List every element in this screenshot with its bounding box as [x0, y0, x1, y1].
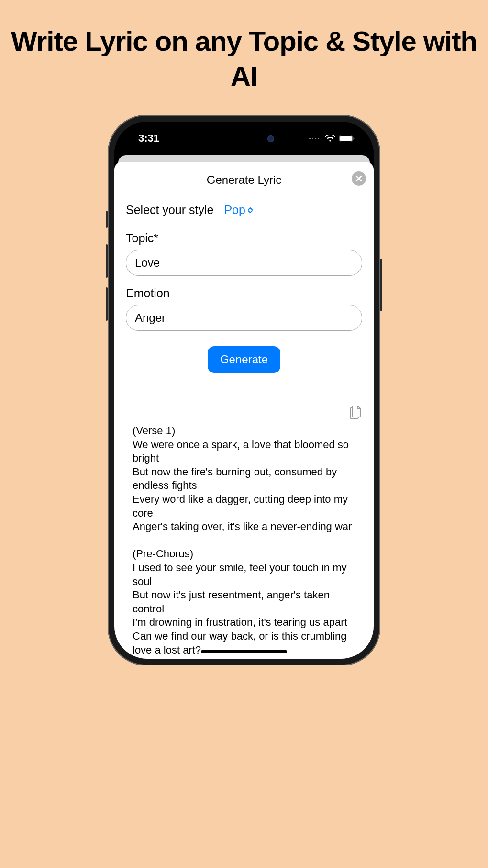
phone-screen: 3:31 Generate Lyric Sele — [114, 122, 374, 659]
phone-frame: 3:31 Generate Lyric Sele — [108, 115, 380, 665]
copy-row — [126, 397, 362, 421]
sheet-title: Generate Lyric — [207, 173, 282, 187]
emotion-input[interactable] — [126, 305, 362, 331]
phone-side-button — [106, 244, 108, 278]
status-time: 3:31 — [138, 132, 159, 145]
style-label: Select your style — [126, 203, 213, 217]
style-picker-value: Pop — [224, 203, 245, 217]
emotion-label: Emotion — [126, 286, 362, 300]
style-picker[interactable]: Pop — [224, 203, 253, 217]
dynamic-island — [208, 129, 280, 148]
battery-icon — [339, 135, 355, 142]
close-icon — [355, 175, 362, 182]
wifi-icon — [325, 135, 335, 142]
modal-sheet: Generate Lyric Select your style Pop — [114, 162, 374, 659]
phone-side-button — [106, 287, 108, 321]
cellular-dots-icon — [309, 138, 319, 139]
sheet-header: Generate Lyric — [114, 162, 374, 203]
copy-icon — [349, 404, 362, 419]
phone-side-button — [380, 259, 382, 311]
lyrics-output: (Verse 1) We were once a spark, a love t… — [126, 421, 362, 657]
close-button[interactable] — [352, 171, 366, 186]
generate-button[interactable]: Generate — [208, 346, 280, 373]
svg-rect-1 — [340, 136, 352, 141]
copy-button[interactable] — [349, 404, 362, 419]
camera-dot — [267, 135, 274, 142]
home-indicator[interactable] — [201, 650, 287, 653]
marketing-headline: Write Lyric on any Topic & Style with AI — [0, 24, 488, 93]
topic-input[interactable] — [126, 250, 362, 276]
style-row: Select your style Pop — [126, 203, 362, 217]
topic-label: Topic* — [126, 231, 362, 245]
phone-side-button — [106, 211, 108, 228]
select-arrows-icon — [247, 207, 253, 213]
status-icons — [309, 135, 355, 142]
form-content: Select your style Pop Topic* Emotion Gen… — [114, 203, 374, 657]
